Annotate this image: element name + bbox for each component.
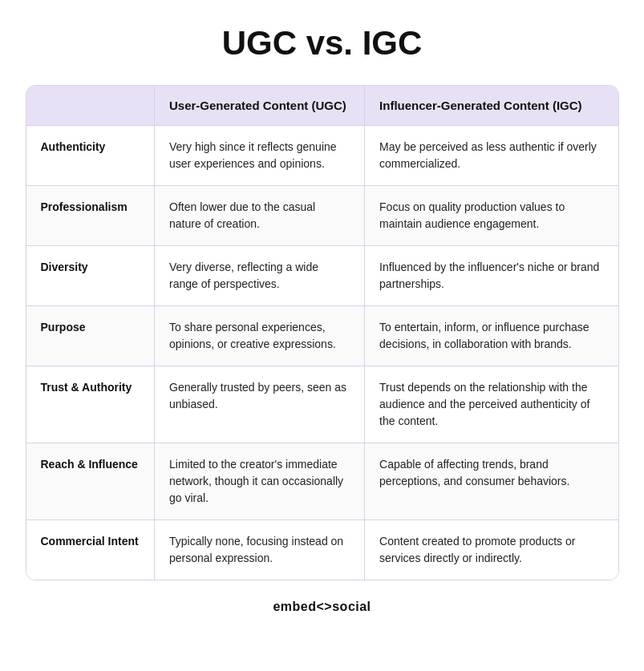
row-igc-value: Focus on quality production values to ma…: [365, 186, 618, 246]
row-ugc-value: Limited to the creator's immediate netwo…: [155, 443, 365, 520]
table-row: PurposeTo share personal experiences, op…: [26, 306, 618, 366]
row-category: Purpose: [26, 306, 155, 366]
row-igc-value: To entertain, inform, or influence purch…: [365, 306, 618, 366]
row-category: Commercial Intent: [26, 520, 155, 580]
row-igc-value: Influenced by the influencer's niche or …: [365, 246, 618, 306]
table-row: Reach & InfluenceLimited to the creator'…: [26, 443, 618, 520]
header-igc: Influencer-Generated Content (IGC): [365, 86, 618, 126]
arrow-left-icon: <: [317, 600, 325, 613]
row-category: Professionalism: [26, 186, 155, 246]
row-ugc-value: Often lower due to the casual nature of …: [155, 186, 365, 246]
table-row: ProfessionalismOften lower due to the ca…: [26, 186, 618, 246]
row-ugc-value: Generally trusted by peers, seen as unbi…: [155, 366, 365, 443]
row-ugc-value: Very diverse, reflecting a wide range of…: [155, 246, 365, 306]
table-row: Trust & AuthorityGenerally trusted by pe…: [26, 366, 618, 443]
comparison-table: User-Generated Content (UGC) Influencer-…: [26, 86, 618, 580]
row-ugc-value: To share personal experiences, opinions,…: [155, 306, 365, 366]
row-igc-value: May be perceived as less authentic if ov…: [365, 126, 618, 186]
row-category: Trust & Authority: [26, 366, 155, 443]
row-category: Authenticity: [26, 126, 155, 186]
table-row: Commercial IntentTypically none, focusin…: [26, 520, 618, 580]
row-igc-value: Content created to promote products or s…: [365, 520, 618, 580]
page-title: UGC vs. IGC: [222, 24, 423, 63]
table-header-row: User-Generated Content (UGC) Influencer-…: [26, 86, 618, 126]
row-category: Diversity: [26, 246, 155, 306]
table-row: DiversityVery diverse, reflecting a wide…: [26, 246, 618, 306]
comparison-table-wrapper: User-Generated Content (UGC) Influencer-…: [26, 85, 619, 580]
brand-name: embed<>social: [273, 600, 371, 614]
arrow-right-icon: >: [324, 600, 332, 613]
row-category: Reach & Influence: [26, 443, 155, 520]
row-ugc-value: Typically none, focusing instead on pers…: [155, 520, 365, 580]
header-category: [26, 86, 155, 126]
table-row: AuthenticityVery high since it reflects …: [26, 126, 618, 186]
footer: embed<>social: [273, 600, 371, 614]
row-ugc-value: Very high since it reflects genuine user…: [155, 126, 365, 186]
row-igc-value: Trust depends on the relationship with t…: [365, 366, 618, 443]
row-igc-value: Capable of affecting trends, brand perce…: [365, 443, 618, 520]
header-ugc: User-Generated Content (UGC): [155, 86, 365, 126]
